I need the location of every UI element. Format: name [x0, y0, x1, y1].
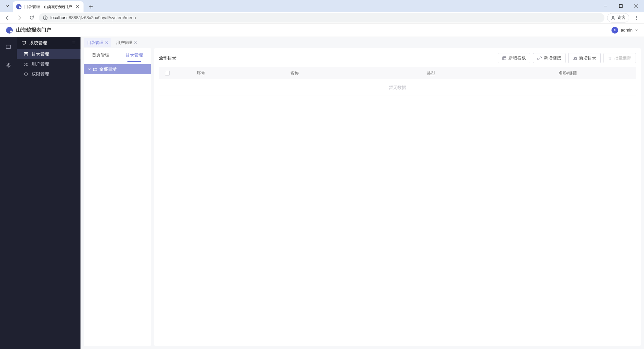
sidebar-item-directory[interactable]: 目录管理 — [17, 49, 80, 59]
content-area: 目录管理 用户管理 首页管理 目录管理 — [80, 37, 644, 349]
rail-item-dashboard[interactable] — [3, 42, 14, 52]
site-info-icon[interactable] — [43, 15, 48, 20]
column-title-link: 名称/链接 — [499, 70, 636, 76]
favicon-icon — [16, 4, 21, 9]
folder-add-icon — [573, 56, 577, 60]
app-body: 系统管理 目录管理 用户管理 权限管理 — [0, 37, 644, 349]
add-board-button[interactable]: 新增看板 — [498, 53, 530, 63]
profile-chip[interactable]: 访客 — [607, 13, 629, 22]
svg-point-8 — [613, 28, 616, 32]
window-maximize-button[interactable] — [616, 1, 626, 11]
page-tabs: 目录管理 用户管理 — [80, 37, 644, 48]
left-panel: 首页管理 目录管理 全部目录 — [84, 48, 151, 346]
page-tab-label: 目录管理 — [87, 40, 103, 46]
tab-search-dropdown[interactable] — [3, 2, 11, 10]
monitor-icon — [21, 41, 26, 45]
page-tab-label: 用户管理 — [116, 40, 132, 46]
toolbar: 全部目录 新增看板 新增链接 — [159, 53, 636, 63]
board-icon — [502, 56, 506, 60]
list-icon — [23, 52, 28, 56]
svg-point-6 — [636, 17, 637, 18]
svg-point-11 — [8, 64, 9, 66]
browser-chrome: 目录管理 - 山海鲸报表门户 — [0, 0, 644, 23]
sidebar: 系统管理 目录管理 用户管理 权限管理 — [17, 37, 80, 349]
panels-row: 首页管理 目录管理 全部目录 — [80, 48, 644, 349]
close-icon[interactable] — [134, 41, 137, 44]
sidebar-item-label: 权限管理 — [32, 71, 49, 77]
svg-point-5 — [636, 16, 637, 16]
sidebar-item-label: 目录管理 — [32, 51, 49, 57]
panel-tab-directory[interactable]: 目录管理 — [117, 48, 151, 62]
avatar-icon — [611, 27, 618, 34]
nav-rail — [0, 37, 17, 349]
chevron-down-icon — [635, 29, 638, 32]
sidebar-item-permissions[interactable]: 权限管理 — [17, 69, 80, 79]
url-field[interactable]: localhost:8888/jfz68x2ox9ay/#/system/men… — [39, 13, 604, 22]
nav-reload-button[interactable] — [27, 13, 36, 22]
main-panel: 全部目录 新增看板 新增链接 — [154, 48, 641, 346]
rail-item-settings[interactable] — [3, 60, 14, 70]
tree-root-all[interactable]: 全部目录 — [84, 64, 151, 74]
collapse-icon[interactable] — [72, 41, 76, 45]
user-menu[interactable]: admin — [611, 27, 638, 34]
button-group: 新增看板 新增链接 新增目录 — [498, 53, 636, 63]
tree-root-label: 全部目录 — [99, 66, 117, 72]
address-bar: localhost:8888/jfz68x2ox9ay/#/system/men… — [0, 12, 644, 23]
panel-tab-label: 目录管理 — [125, 52, 143, 57]
folder-icon — [93, 67, 97, 71]
add-link-button[interactable]: 新增链接 — [533, 53, 566, 63]
new-tab-button[interactable] — [86, 2, 96, 11]
svg-point-7 — [636, 19, 637, 19]
svg-point-15 — [26, 63, 27, 64]
app-header: 山海鲸报表门户 admin — [0, 23, 644, 37]
sidebar-group-label: 系统管理 — [30, 40, 47, 46]
window-controls — [600, 0, 644, 12]
chevron-down-icon — [88, 68, 91, 71]
page-tab-users[interactable]: 用户管理 — [113, 38, 140, 47]
svg-rect-3 — [45, 17, 45, 19]
browser-menu-button[interactable] — [632, 13, 641, 22]
button-label: 批量删除 — [614, 55, 632, 61]
button-label: 新增目录 — [579, 55, 596, 61]
users-icon — [23, 62, 28, 66]
page-tab-directory[interactable]: 目录管理 — [84, 38, 111, 47]
nav-back-button[interactable] — [3, 13, 12, 22]
add-directory-button[interactable]: 新增目录 — [568, 53, 601, 63]
close-icon[interactable] — [105, 41, 108, 44]
link-icon — [537, 56, 542, 60]
trash-icon — [608, 56, 612, 60]
sidebar-item-label: 用户管理 — [32, 61, 49, 67]
profile-label: 访客 — [618, 15, 626, 20]
button-label: 新增链接 — [544, 55, 561, 61]
select-all-checkbox[interactable] — [159, 71, 176, 76]
panel-tabs: 首页管理 目录管理 — [84, 48, 151, 62]
svg-point-14 — [24, 63, 26, 64]
svg-rect-12 — [22, 41, 26, 44]
url-text: localhost:8888/jfz68x2ox9ay/#/system/men… — [50, 15, 136, 20]
column-index: 序号 — [176, 70, 226, 76]
person-icon — [611, 15, 615, 20]
table-header: 序号 名称 类型 名称/链接 — [159, 67, 636, 79]
browser-tab[interactable]: 目录管理 - 山海鲸报表门户 — [13, 1, 84, 12]
brand-logo-icon — [6, 27, 13, 34]
svg-point-9 — [614, 29, 615, 30]
browser-tab-title: 目录管理 - 山海鲸报表门户 — [24, 4, 72, 10]
brand[interactable]: 山海鲸报表门户 — [6, 27, 51, 34]
window-close-button[interactable] — [631, 1, 641, 11]
empty-state: 暂无数据 — [159, 79, 636, 96]
shield-icon — [23, 72, 28, 77]
browser-tab-bar: 目录管理 - 山海鲸报表门户 — [0, 0, 644, 12]
svg-point-2 — [45, 16, 46, 17]
sidebar-item-users[interactable]: 用户管理 — [17, 59, 80, 69]
svg-point-4 — [612, 16, 614, 18]
sidebar-group-system[interactable]: 系统管理 — [17, 37, 80, 49]
tab-close-icon[interactable] — [75, 4, 80, 9]
window-minimize-button[interactable] — [600, 1, 610, 11]
batch-delete-button: 批量删除 — [603, 53, 636, 63]
svg-rect-0 — [620, 5, 623, 8]
column-name: 名称 — [226, 70, 363, 76]
panel-tab-home[interactable]: 首页管理 — [84, 48, 117, 62]
button-label: 新增看板 — [508, 55, 526, 61]
svg-rect-16 — [502, 56, 506, 59]
nav-forward-button[interactable] — [15, 13, 24, 22]
